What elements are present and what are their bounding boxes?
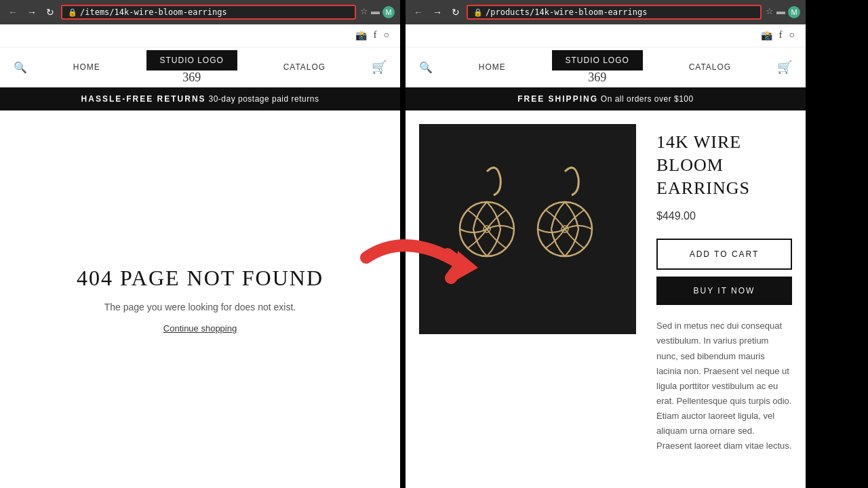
refresh-button-right[interactable]: ↻ — [449, 5, 462, 19]
refresh-button[interactable]: ↻ — [43, 5, 57, 19]
right-toolbar: ← → ↻ 🔒 /products/14k-wire-bloom-earring… — [406, 0, 806, 24]
add-to-cart-button[interactable]: ADD TO CART — [656, 239, 792, 270]
cart-icon-left[interactable]: 🛒 — [372, 60, 387, 75]
address-text-left: /items/14k-wire-bloom-earrings — [80, 7, 227, 17]
social-bar-left: 📸 f ○ — [0, 24, 400, 47]
facebook-icon-right[interactable]: f — [779, 30, 783, 41]
social-bar-right: 📸 f ○ — [406, 24, 806, 47]
star-icon: ☆ — [360, 6, 368, 18]
left-site-content: 📸 f ○ 🔍 HOME STUDIO LOGO 369 CATALOG — [0, 24, 400, 488]
forward-button-right[interactable]: → — [430, 5, 445, 19]
logo-box-right: STUDIO LOGO — [552, 50, 643, 70]
cart-icon-right[interactable]: 🛒 — [777, 60, 792, 75]
forward-button[interactable]: → — [24, 5, 39, 19]
back-button-right[interactable]: ← — [411, 5, 426, 19]
nav-bar-left: 🔍 HOME STUDIO LOGO 369 CATALOG 🛒 — [0, 47, 400, 87]
logo-left: STUDIO LOGO 369 — [146, 50, 237, 85]
nav-catalog-right: CATALOG — [689, 62, 732, 72]
star-icon-right: ☆ — [766, 6, 774, 18]
product-title: 14K WIRE BLOOM EARRINGS — [656, 131, 792, 199]
profile-icon: M — [382, 6, 395, 18]
logo-box-left: STUDIO LOGO — [146, 50, 237, 70]
banner-bold-right: FREE SHIPPING — [517, 94, 598, 104]
profile-icon-right: M — [788, 6, 800, 18]
nav-links-right: HOME — [479, 62, 506, 72]
toolbar-icons-right: ☆ ▬ M — [766, 6, 800, 18]
lock-icon-right: 🔒 — [473, 8, 483, 17]
product-image-earrings — [446, 148, 609, 310]
catalog-link-left[interactable]: CATALOG — [283, 62, 326, 72]
product-image-area — [419, 124, 636, 334]
banner-left: HASSLE-FREE RETURNS 30-day postage paid … — [0, 87, 400, 110]
facebook-icon-left[interactable]: f — [374, 30, 377, 41]
lock-icon: 🔒 — [68, 8, 77, 17]
pinterest-icon-left[interactable]: ○ — [384, 30, 389, 41]
continue-shopping-link[interactable]: Continue shopping — [163, 323, 237, 333]
nav-bar-right: 🔍 HOME STUDIO LOGO 369 CATALOG 🛒 — [406, 47, 806, 87]
banner-text-right: On all orders over $100 — [601, 94, 694, 104]
puzzle-icon-right: ▬ — [776, 6, 785, 18]
instagram-icon-right[interactable]: 📸 — [761, 30, 772, 41]
page-404: 404 PAGE NOT FOUND The page you were loo… — [0, 110, 400, 488]
banner-right: FREE SHIPPING On all orders over $100 — [406, 87, 806, 110]
search-icon-right[interactable]: 🔍 — [419, 61, 433, 74]
product-price: $449.00 — [656, 210, 792, 222]
home-link-right[interactable]: HOME — [479, 62, 506, 72]
search-icon-left[interactable]: 🔍 — [14, 61, 27, 74]
buy-it-now-button[interactable]: BUY IT NOW — [656, 277, 792, 305]
logo-num-left: 369 — [146, 70, 237, 85]
page-404-subtitle: The page you were looking for does not e… — [104, 302, 296, 312]
home-link-left[interactable]: HOME — [73, 62, 100, 72]
right-site-content: 📸 f ○ 🔍 HOME STUDIO LOGO 369 CATALOG — [406, 24, 806, 488]
product-info: 14K WIRE BLOOM EARRINGS $449.00 ADD TO C… — [656, 124, 792, 460]
pinterest-icon-right[interactable]: ○ — [789, 30, 795, 41]
page-404-title: 404 PAGE NOT FOUND — [77, 266, 323, 291]
product-description: Sed in metus nec dui consequat vestibulu… — [656, 319, 792, 453]
logo-right: STUDIO LOGO 369 — [552, 50, 643, 85]
toolbar-icons-left: ☆ ▬ M — [360, 6, 395, 18]
banner-bold-left: HASSLE-FREE RETURNS — [81, 94, 206, 104]
left-toolbar: ← → ↻ 🔒 /items/14k-wire-bloom-earrings ☆… — [0, 0, 400, 24]
catalog-link-right[interactable]: CATALOG — [689, 62, 732, 72]
product-content: 14K WIRE BLOOM EARRINGS $449.00 ADD TO C… — [406, 110, 806, 474]
left-browser-window: ← → ↻ 🔒 /items/14k-wire-bloom-earrings ☆… — [0, 0, 400, 488]
right-browser-window: ← → ↻ 🔒 /products/14k-wire-bloom-earring… — [406, 0, 806, 488]
address-bar-right[interactable]: 🔒 /products/14k-wire-bloom-earrings — [467, 5, 762, 20]
banner-text-left: 30-day postage paid returns — [208, 94, 319, 104]
instagram-icon-left[interactable]: 📸 — [355, 30, 367, 41]
nav-links-right-left: CATALOG — [283, 62, 326, 72]
center-divider — [400, 0, 403, 488]
back-button[interactable]: ← — [5, 5, 20, 19]
address-bar-left[interactable]: 🔒 /items/14k-wire-bloom-earrings — [61, 5, 356, 20]
puzzle-icon: ▬ — [371, 6, 380, 18]
logo-num-right: 369 — [552, 70, 643, 85]
nav-links-left: HOME — [73, 62, 100, 72]
address-text-right: /products/14k-wire-bloom-earrings — [486, 7, 647, 17]
